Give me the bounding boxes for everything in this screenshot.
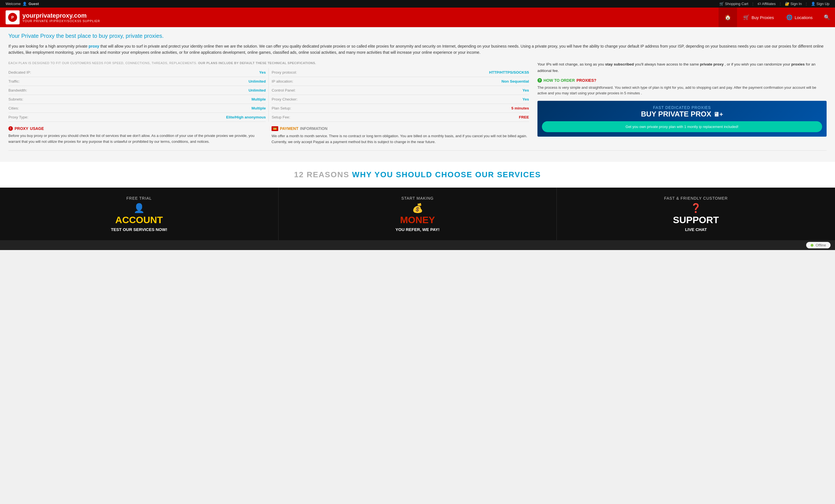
spec-label-setup-fee: Setup Fee: <box>271 115 290 119</box>
promo-buy-text: BUY PRIVATE PROX 🖥+ <box>542 110 822 118</box>
logo-text: yourprivateproxy.com YOUR PRIVATE IP/PRO… <box>22 12 100 23</box>
spec-label-control-panel: Control Panel: <box>271 88 296 93</box>
specs-separator <box>268 68 269 122</box>
usage-box: ! PROXY USAGE Before you buy proxy or pr… <box>8 126 266 145</box>
search-icon: 🔍 <box>824 14 830 20</box>
signin-link[interactable]: 🔐 Sign In <box>785 2 802 6</box>
spec-protocol: Proxy protocol: HTTP/HTTPS/SOCKS5 <box>271 68 529 77</box>
money-icon: 💰 <box>284 203 551 213</box>
top-bar-links: 🛒 Shopping Cart ⋮ 🏷 Affiliates ⋮ 🔐 Sign … <box>719 2 829 6</box>
signup-link[interactable]: 👤 Sign Up <box>811 2 829 6</box>
site-name: yourprivateproxy.com <box>22 12 100 19</box>
footer-box-money: START MAKING 💰 MONEY YOU REFER, WE PAY! <box>279 187 557 240</box>
footer-box-support-small-label: FAST & FRIENDLY CUSTOMER <box>562 196 829 200</box>
footer-box-support: FAST & FRIENDLY CUSTOMER ❓ SUPPORT LIVE … <box>557 187 835 240</box>
left-col: EACH PLAN IS DESIGNED TO FIT OUR CUSTOME… <box>8 61 529 145</box>
proxy-link[interactable]: proxy <box>88 44 99 48</box>
footer-box-account-small-label: FREE TRIAL <box>6 196 273 200</box>
how-to-order: ? HOW TO ORDER PROXIES? <box>537 78 827 83</box>
spec-value-dedicated: Yes <box>259 70 266 75</box>
specs-left-col: Dedicated IP: Yes Traffic: Unlimited Ban… <box>8 68 266 122</box>
home-icon: 🏠 <box>725 14 731 20</box>
spec-plan-setup: Plan Setup: 5 minutes <box>271 104 529 113</box>
username: Guest <box>28 2 39 6</box>
affiliates-icon: 🏷 <box>757 2 761 6</box>
footer-box-money-big-label: MONEY <box>284 215 551 225</box>
promo-cta-button[interactable]: Get you own private proxy plan with 1 mo… <box>542 121 822 132</box>
reasons-prefix: 12 REASONS <box>294 170 349 179</box>
spec-value-proxy-type: Elite/High anonymous <box>226 115 266 119</box>
spec-proxy-type: Proxy Type: Elite/High anonymous <box>8 113 266 122</box>
logo-icon: P <box>6 11 20 24</box>
header: P yourprivateproxy.com YOUR PRIVATE IP/P… <box>0 7 835 27</box>
spec-bandwidth: Bandwidth: Unlimited <box>8 86 266 95</box>
nav-home[interactable]: 🏠 <box>718 7 737 27</box>
spec-proxy-checker: Proxy Checker: Yes <box>271 95 529 104</box>
nav-locations[interactable]: 🌐 Locations <box>780 7 819 27</box>
offline-status-dot <box>811 244 813 247</box>
support-icon: ❓ <box>562 203 829 213</box>
live-chat-pill[interactable]: Offline <box>806 242 831 248</box>
spec-value-control-panel: Yes <box>523 88 529 93</box>
spec-label-subnets: Subnets: <box>8 97 23 101</box>
top-bar: Welcome 👤 Guest 🛒 Shopping Cart ⋮ 🏷 Affi… <box>0 0 835 7</box>
two-col-layout: EACH PLAN IS DESIGNED TO FIT OUR CUSTOME… <box>8 61 827 145</box>
main-nav: 🏠 🛒 Buy Proxies 🌐 Locations 🔍 <box>718 7 835 27</box>
welcome-text: Welcome <box>6 2 21 6</box>
right-col: Your IPs will not change, as long as you… <box>537 61 827 137</box>
spec-control-panel: Control Panel: Yes <box>271 86 529 95</box>
reasons-section: 12 REASONS WHY YOU SHOULD CHOOSE OUR SER… <box>0 162 835 187</box>
spec-value-ip-allocation: Non Sequential <box>502 79 529 83</box>
cart-nav-icon: 🛒 <box>743 14 749 20</box>
footer-box-money-sub-label: YOU REFER, WE PAY! <box>284 227 551 232</box>
proxies-label: PROXIES? <box>577 78 596 83</box>
spec-label-cities: Cities: <box>8 106 19 110</box>
spec-value-protocol: HTTP/HTTPS/SOCKS5 <box>489 70 529 75</box>
shopping-cart-link[interactable]: 🛒 Shopping Cart <box>719 2 748 6</box>
affiliates-link[interactable]: 🏷 Affiliates <box>757 2 776 6</box>
search-button[interactable]: 🔍 <box>819 7 835 27</box>
spec-value-proxy-checker: Yes <box>523 97 529 101</box>
promo-fast-text: FAST DEDICATED PROXIES <box>542 105 822 110</box>
offline-status-label: Offline <box>816 243 826 247</box>
payment-label: PAYMENT <box>280 126 299 131</box>
payment-box-header: 💳 PAYMENT INFORMATION <box>271 126 529 131</box>
spec-setup-fee: Setup Fee: FREE <box>271 113 529 122</box>
reasons-highlight: WHY YOU SHOULD CHOOSE OUR SERVICES <box>352 170 541 179</box>
live-chat-bar: Offline <box>0 240 835 250</box>
footer-box-money-small-label: START MAKING <box>284 196 551 200</box>
page-intro-title: Your Private Proxy the best place to buy… <box>8 33 827 39</box>
promo-buy-icon: 🖥+ <box>713 111 723 118</box>
signup-icon: 👤 <box>811 2 815 6</box>
svg-text:P: P <box>11 15 14 20</box>
divider3: ⋮ <box>805 2 808 6</box>
subscription-text: Your IPs will not change, as long as you… <box>537 61 827 74</box>
spec-label-proxy-type: Proxy Type: <box>8 115 28 119</box>
order-text: The process is very simple and straightf… <box>537 85 827 97</box>
account-icon: 👤 <box>6 203 273 213</box>
spec-value-bandwidth: Unlimited <box>249 88 266 93</box>
spec-value-traffic: Unlimited <box>249 79 266 83</box>
payment-box: 💳 PAYMENT INFORMATION We offer a month t… <box>271 126 529 145</box>
spec-value-subnets: Multiple <box>251 97 266 101</box>
spec-label-proxy-checker: Proxy Checker: <box>271 97 297 101</box>
footer-box-support-sub-label: LIVE CHAT <box>562 227 829 232</box>
divider2: ⋮ <box>778 2 782 6</box>
info-label: INFORMATION <box>300 126 327 131</box>
spec-value-cities: Multiple <box>251 106 266 110</box>
spec-label-bandwidth: Bandwidth: <box>8 88 27 93</box>
specs-right-col: Proxy protocol: HTTP/HTTPS/SOCKS5 IP all… <box>271 68 529 122</box>
cart-icon: 🛒 <box>719 2 724 6</box>
welcome-area: Welcome 👤 Guest <box>6 2 39 6</box>
payment-text: We offer a month to month service. There… <box>271 133 529 145</box>
spec-label-plan-setup: Plan Setup: <box>271 106 291 110</box>
spec-traffic: Traffic: Unlimited <box>8 77 266 86</box>
nav-buy-proxies[interactable]: 🛒 Buy Proxies <box>737 7 780 27</box>
usage-proxy-label: PROXY <box>15 126 28 131</box>
usage-label: USAGE <box>30 126 44 131</box>
spec-cities: Cities: Multiple <box>8 104 266 113</box>
footer-box-account-sub-label: TEST OUR SERVICES NOW! <box>6 227 273 232</box>
footer-box-support-big-label: SUPPORT <box>562 215 829 225</box>
spec-label-traffic: Traffic: <box>8 79 20 83</box>
spec-dedicated-ip: Dedicated IP: Yes <box>8 68 266 77</box>
